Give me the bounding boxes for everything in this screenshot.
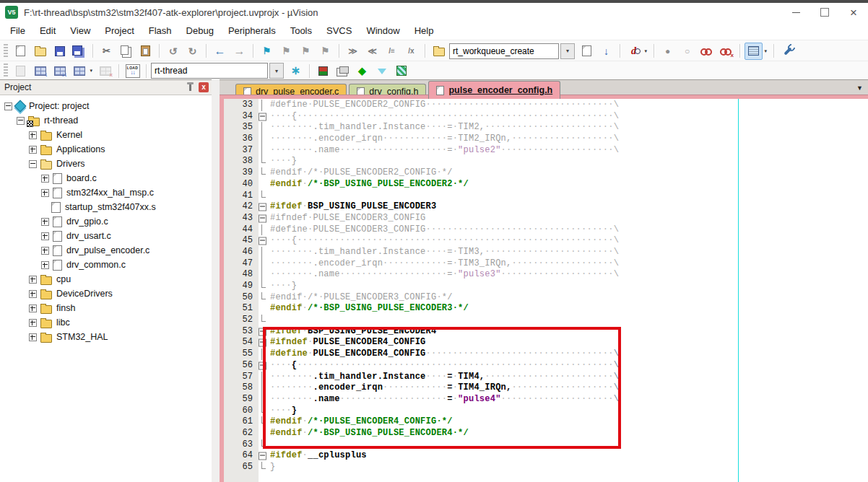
disable-all-breakpoints-button[interactable] — [698, 43, 716, 60]
manage-project-items-button[interactable] — [334, 62, 352, 79]
expand-icon[interactable] — [29, 146, 37, 154]
expand-icon[interactable] — [29, 304, 37, 312]
menu-view[interactable]: View — [63, 23, 97, 38]
collapse-icon[interactable] — [29, 160, 37, 168]
new-file-button[interactable] — [12, 43, 30, 60]
fold-collapse-icon[interactable] — [259, 452, 266, 460]
expand-icon[interactable] — [41, 175, 49, 183]
tab-pulse-encoder-config-h[interactable]: pulse_encoder_config.h — [428, 81, 560, 99]
tree-item-rt-thread[interactable]: rt-thread — [0, 113, 212, 128]
menu-file[interactable]: File — [3, 23, 32, 38]
select-software-packs-button[interactable] — [373, 62, 391, 79]
start-stop-debug-button[interactable]: d▾ — [625, 43, 643, 60]
expand-icon[interactable] — [41, 247, 49, 255]
kill-all-breakpoints-button[interactable]: x — [717, 43, 735, 60]
navigate-back-button[interactable]: ← — [211, 43, 229, 60]
pin-icon[interactable] — [189, 84, 191, 91]
rebuild-button[interactable]: ↓↓ — [51, 62, 69, 79]
tree-item-kernel[interactable]: Kernel — [0, 128, 212, 142]
tree-item-project-project[interactable]: Project: project — [0, 99, 212, 113]
translate-button[interactable] — [12, 62, 30, 79]
code-editor[interactable]: 33#define·PULSE_ENCODER2_CONFIG·········… — [220, 98, 868, 482]
collapse-icon[interactable] — [17, 117, 25, 125]
menu-window[interactable]: Window — [359, 23, 407, 38]
tree-item-devicedrivers[interactable]: DeviceDrivers — [0, 286, 212, 301]
options-for-target-button[interactable] — [314, 62, 332, 79]
save-button[interactable] — [51, 43, 69, 60]
enable-breakpoint-button[interactable]: ○ — [678, 43, 696, 60]
tree-item-startup-stm32f407xx-s[interactable]: startup_stm32f407xx.s — [0, 200, 212, 214]
expand-icon[interactable] — [29, 276, 37, 284]
configure-button[interactable] — [778, 43, 797, 60]
expand-icon[interactable] — [29, 290, 37, 298]
comment-button[interactable]: /≡ — [383, 43, 401, 60]
menu-svcs[interactable]: SVCS — [319, 23, 359, 38]
maximize-button[interactable] — [810, 3, 839, 22]
menu-help[interactable]: Help — [407, 23, 441, 38]
indent-button[interactable]: ≫ — [344, 43, 362, 60]
magic-wand-button[interactable]: ∗ — [287, 62, 305, 79]
search-input[interactable] — [450, 46, 558, 56]
expand-icon[interactable] — [29, 319, 37, 327]
collapse-icon[interactable] — [4, 102, 12, 110]
target-dropdown-button[interactable]: ▾ — [269, 63, 284, 79]
bookmark-clear-all-button[interactable]: ⚑ — [316, 43, 334, 60]
fold-collapse-icon[interactable] — [259, 237, 266, 245]
menu-peripherals[interactable]: Peripherals — [221, 23, 283, 38]
menu-flash[interactable]: Flash — [142, 23, 179, 38]
search-dropdown-button[interactable]: ▾ — [560, 43, 575, 59]
uncomment-button[interactable]: /x — [402, 43, 420, 60]
bookmark-toggle-button[interactable]: ⚑ — [258, 43, 276, 60]
tree-item-finsh[interactable]: finsh — [0, 301, 212, 315]
menu-edit[interactable]: Edit — [32, 23, 63, 38]
find-next-button[interactable]: ↓ — [597, 43, 615, 60]
find-in-files-button[interactable] — [430, 43, 448, 60]
redo-button[interactable]: ↻ — [183, 43, 201, 60]
tree-item-stm32-hal[interactable]: STM32_HAL — [0, 330, 212, 344]
unindent-button[interactable]: ≪ — [363, 43, 381, 60]
tab-list-dropdown[interactable]: ▼ — [856, 84, 863, 92]
navigate-forward-button[interactable]: → — [230, 43, 248, 60]
target-input[interactable] — [152, 66, 267, 76]
toggle-breakpoint-button[interactable]: ● — [659, 43, 677, 60]
save-all-button[interactable] — [70, 43, 88, 60]
cut-button[interactable]: ✂ — [97, 43, 116, 60]
pack-installer-button[interactable] — [392, 62, 410, 79]
panel-splitter[interactable] — [212, 79, 220, 482]
close-button[interactable]: × — [839, 3, 868, 22]
fold-collapse-icon[interactable] — [259, 328, 266, 336]
manage-rte-button[interactable]: ◆ — [353, 62, 371, 79]
expand-icon[interactable] — [41, 218, 49, 226]
fold-collapse-icon[interactable] — [259, 339, 266, 347]
download-button[interactable]: LOAD↓↓ — [123, 62, 142, 79]
fold-collapse-icon[interactable] — [259, 214, 266, 222]
batch-build-button[interactable]: ▾ — [70, 62, 88, 79]
tree-item-drivers[interactable]: Drivers — [0, 157, 212, 171]
window-layout-button[interactable]: ▾ — [745, 43, 763, 60]
menu-debug[interactable]: Debug — [179, 23, 221, 38]
bookmark-next-button[interactable]: ⚑ — [297, 43, 315, 60]
tree-item-applications[interactable]: Applications — [0, 142, 212, 157]
fold-collapse-icon[interactable] — [259, 362, 266, 369]
expand-icon[interactable] — [41, 261, 49, 269]
fold-collapse-icon[interactable] — [259, 113, 266, 120]
menu-project[interactable]: Project — [97, 23, 141, 38]
expand-icon[interactable] — [29, 333, 37, 341]
expand-icon[interactable] — [29, 131, 37, 139]
menu-tools[interactable]: Tools — [283, 23, 319, 38]
build-button[interactable]: ↓ — [31, 62, 49, 79]
tree-item-cpu[interactable]: cpu — [0, 272, 212, 286]
paste-button[interactable] — [136, 43, 155, 60]
tree-item-stm32f4xx-hal-msp-c[interactable]: stm32f4xx_hal_msp.c — [0, 185, 212, 200]
tree-item-libc[interactable]: libc — [0, 315, 212, 330]
open-file-button[interactable] — [31, 43, 49, 60]
incremental-find-button[interactable] — [578, 43, 596, 60]
tree-item-drv-common-c[interactable]: drv_common.c — [0, 258, 212, 272]
stop-build-button[interactable]: x — [96, 62, 114, 79]
tree-item-drv-pulse-encoder-c[interactable]: drv_pulse_encoder.c — [0, 243, 212, 258]
fold-collapse-icon[interactable] — [259, 203, 266, 211]
undo-button[interactable]: ↺ — [164, 43, 182, 60]
expand-icon[interactable] — [41, 189, 49, 197]
project-panel-close-button[interactable]: x — [199, 82, 209, 92]
tree-item-drv-gpio-c[interactable]: drv_gpio.c — [0, 214, 212, 229]
